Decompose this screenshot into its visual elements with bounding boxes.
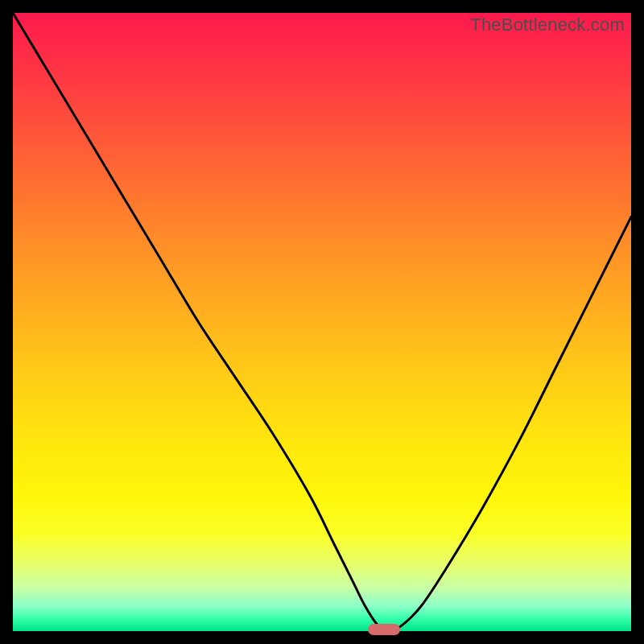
plot-area: TheBottleneck.com — [13, 13, 631, 631]
bottleneck-curve — [13, 13, 631, 631]
chart-frame: TheBottleneck.com — [0, 0, 644, 644]
optimal-marker — [368, 624, 400, 635]
